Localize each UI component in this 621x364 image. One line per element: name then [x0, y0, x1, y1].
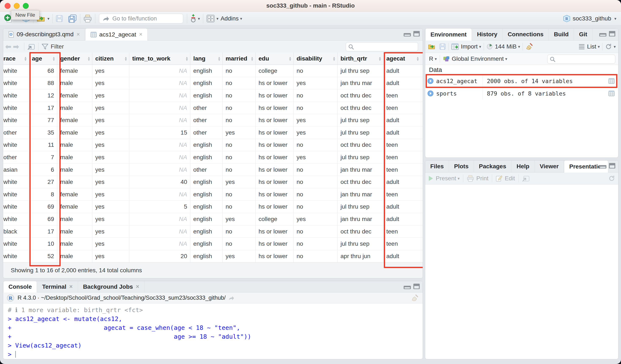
- cell-birth_qrtr[interactable]: jul thru sep: [338, 65, 383, 77]
- cell-lang[interactable]: english: [190, 250, 223, 263]
- tab-09-describingpt3.qmd[interactable]: 09-describingpt3.qmd×: [3, 29, 85, 40]
- cell-birth_qrtr[interactable]: oct thru dec: [338, 176, 383, 188]
- cell-disability[interactable]: no: [293, 225, 338, 238]
- print-presentation-button[interactable]: Print: [466, 175, 489, 182]
- refresh-icon[interactable]: [605, 43, 612, 50]
- cell-race[interactable]: black: [3, 225, 29, 238]
- table-row[interactable]: white10maleyesNAenglishnohs or lowernoju…: [3, 238, 423, 250]
- cell-age[interactable]: 8: [29, 188, 57, 201]
- cell-gender[interactable]: male: [57, 176, 92, 188]
- cell-birth_qrtr[interactable]: jan thru mar: [338, 164, 383, 176]
- cell-birth_qrtr[interactable]: jul thru sep: [338, 201, 383, 213]
- cell-lang[interactable]: english: [190, 201, 223, 213]
- cell-disability[interactable]: no: [293, 102, 338, 114]
- cell-birth_qrtr[interactable]: jul thru sep: [338, 238, 383, 250]
- cell-lang[interactable]: english: [190, 213, 223, 225]
- table-row[interactable]: white8femaleyesNAenglishnohs or lowernoj…: [3, 188, 423, 201]
- forward-icon[interactable]: ➡: [13, 42, 19, 51]
- close-icon[interactable]: ×: [139, 31, 142, 38]
- sort-arrows-icon[interactable]: ▲▼: [251, 56, 254, 61]
- print-button[interactable]: [83, 14, 92, 23]
- cell-edu[interactable]: hs or lower: [256, 139, 293, 151]
- cell-citizen[interactable]: yes: [92, 139, 129, 151]
- view-data-grid-icon[interactable]: [608, 78, 615, 84]
- view-data-grid-icon[interactable]: [608, 91, 615, 96]
- cell-married[interactable]: yes: [223, 176, 256, 188]
- cell-race[interactable]: white: [3, 188, 29, 201]
- minimize-pane-icon[interactable]: [404, 33, 411, 36]
- cell-disability[interactable]: no: [293, 250, 338, 263]
- column-header-gender[interactable]: gender▲▼: [57, 52, 92, 64]
- cell-gender[interactable]: female: [57, 127, 92, 139]
- table-row[interactable]: white88maleyesNAenglishnohs or loweryesj…: [3, 77, 423, 90]
- tab-console[interactable]: Console: [3, 281, 37, 293]
- cell-disability[interactable]: yes: [293, 77, 338, 90]
- popout-console-icon[interactable]: [228, 295, 234, 301]
- sort-arrows-icon[interactable]: ▲▼: [52, 56, 55, 61]
- sort-arrows-icon[interactable]: ▲▼: [87, 56, 90, 61]
- version-control-button[interactable]: ▾: [190, 14, 200, 23]
- cell-agecat[interactable]: adult: [383, 77, 421, 90]
- expand-object-icon[interactable]: [427, 90, 434, 96]
- cell-married[interactable]: yes: [223, 213, 256, 225]
- cell-race[interactable]: white: [3, 65, 29, 77]
- cell-age[interactable]: 69: [29, 213, 57, 225]
- cell-edu[interactable]: hs or lower: [256, 102, 293, 114]
- cell-citizen[interactable]: yes: [92, 77, 129, 90]
- cell-citizen[interactable]: yes: [92, 250, 129, 263]
- tab-help[interactable]: Help: [512, 160, 535, 172]
- cell-time_to_work[interactable]: NA: [129, 164, 190, 176]
- cell-edu[interactable]: college: [256, 213, 293, 225]
- cell-edu[interactable]: hs or lower: [256, 164, 293, 176]
- cell-agecat[interactable]: teen: [383, 89, 421, 102]
- cell-agecat[interactable]: adult: [383, 114, 421, 127]
- cell-age[interactable]: 52: [29, 250, 57, 263]
- cell-married[interactable]: no: [223, 225, 256, 238]
- tab-viewer[interactable]: Viewer: [535, 160, 564, 172]
- cell-disability[interactable]: no: [293, 201, 338, 213]
- cell-disability[interactable]: yes: [293, 213, 338, 225]
- back-icon[interactable]: ⬅: [5, 42, 11, 51]
- cell-married[interactable]: no: [223, 89, 256, 102]
- cell-disability[interactable]: no: [293, 65, 338, 77]
- cell-time_to_work[interactable]: NA: [129, 77, 190, 90]
- environment-selector[interactable]: Global Environment: [452, 55, 504, 62]
- cell-gender[interactable]: male: [57, 139, 92, 151]
- cell-gender[interactable]: male: [57, 102, 92, 114]
- cell-birth_qrtr[interactable]: jul thru sep: [338, 127, 383, 139]
- cell-birth_qrtr[interactable]: oct thru dec: [338, 139, 383, 151]
- close-icon[interactable]: ×: [69, 284, 73, 290]
- column-header-age[interactable]: age▲▼: [29, 52, 57, 64]
- cell-citizen[interactable]: yes: [92, 127, 129, 139]
- cell-lang[interactable]: english: [190, 89, 223, 102]
- cell-time_to_work[interactable]: NA: [129, 225, 190, 238]
- cell-citizen[interactable]: yes: [92, 213, 129, 225]
- cell-agecat[interactable]: adult: [383, 127, 421, 139]
- table-row[interactable]: other35femaleyes15otheryeshs or loweryes…: [3, 127, 423, 139]
- cell-married[interactable]: yes: [223, 250, 256, 263]
- cell-citizen[interactable]: yes: [92, 151, 129, 164]
- cell-edu[interactable]: hs or lower: [256, 176, 293, 188]
- cell-race[interactable]: white: [3, 213, 29, 225]
- cell-lang[interactable]: english: [190, 238, 223, 250]
- column-header-time_to_work[interactable]: time_to_work▲▼: [129, 52, 190, 64]
- tab-environment[interactable]: Environment: [425, 29, 472, 41]
- save-workspace-icon[interactable]: [439, 43, 446, 50]
- cell-disability[interactable]: yes: [293, 127, 338, 139]
- cell-gender[interactable]: male: [57, 151, 92, 164]
- cell-married[interactable]: no: [223, 188, 256, 201]
- cell-race[interactable]: white: [3, 89, 29, 102]
- column-header-birth_qrtr[interactable]: birth_qrtr▲▼: [338, 52, 383, 64]
- table-row[interactable]: white11maleyesNAenglishnohs or lowernooc…: [3, 139, 423, 151]
- close-icon[interactable]: ×: [136, 284, 139, 290]
- sort-arrows-icon[interactable]: ▲▼: [27, 56, 27, 61]
- cell-birth_qrtr[interactable]: oct thru dec: [338, 89, 383, 102]
- cell-married[interactable]: no: [223, 164, 256, 176]
- cell-gender[interactable]: male: [57, 164, 92, 176]
- cell-agecat[interactable]: teen: [383, 225, 421, 238]
- cell-age[interactable]: 7: [29, 151, 57, 164]
- cell-married[interactable]: no: [223, 238, 256, 250]
- table-search-input[interactable]: [346, 42, 418, 51]
- cell-time_to_work[interactable]: NA: [129, 114, 190, 127]
- cell-married[interactable]: no: [223, 114, 256, 127]
